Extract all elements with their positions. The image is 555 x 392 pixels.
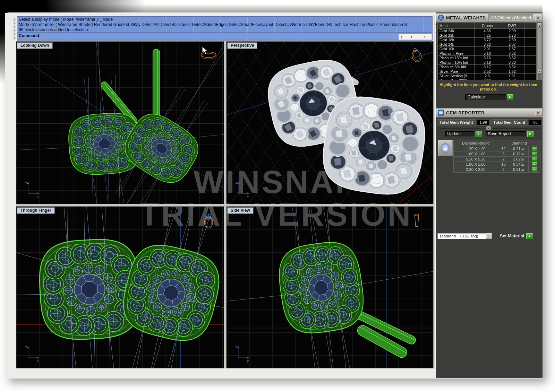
set-material-go-icon[interactable]: ► — [526, 233, 533, 239]
viewport-through-finger[interactable]: zx Through Finger — [16, 206, 224, 368]
command-line: 66 block instances added to selection. — [17, 27, 432, 33]
table-row[interactable]: Gold 24k4.652.99 — [438, 29, 536, 33]
gem-row[interactable]: 1.20 X 1.20320.21tw► — [454, 146, 540, 151]
table-row[interactable]: Gold 18k3.722.39 — [438, 38, 536, 42]
gem-reporter-title: GEM REPORTER — [445, 110, 485, 115]
metal-weights-instruction: Highlight the item you want to find the … — [438, 82, 539, 92]
material-dropdown-value: Diamond (3.52 spg) — [438, 234, 486, 238]
svg-text:z: z — [236, 345, 237, 349]
collapse-knob-icon[interactable]: ▲ — [486, 126, 492, 130]
metal-weights-title: METAL WEIGHTS — [445, 15, 486, 20]
gem-row[interactable]: 5.20 X 5.2021.02tw► — [454, 157, 540, 162]
gem-reporter-close-icon[interactable]: ✕ — [535, 110, 541, 116]
material-dropdown[interactable]: Diamond (3.52 spg) ▼ — [437, 233, 492, 239]
metal-table-scrollbar[interactable]: ▲ ▼ — [537, 23, 542, 80]
objects-checked-status: 12 Objects Checked — [488, 14, 533, 21]
metal-weights-close-icon[interactable]: ✕ — [535, 15, 541, 21]
metal-table-header: Metal Grams DWT — [438, 23, 536, 29]
gem-row-go-icon[interactable]: ► — [532, 157, 537, 161]
svg-text:y: y — [247, 195, 249, 198]
table-row[interactable]: Platinum 15% Irid5.163.32 — [438, 56, 536, 60]
table-row[interactable]: Platinum, Pure5.163.32 — [438, 51, 536, 56]
calculate-button[interactable]: Calculate — [465, 94, 506, 100]
svg-text:z: z — [25, 345, 27, 349]
svg-text:y: y — [25, 181, 27, 184]
table-row[interactable]: Platinum 10% Irid5.183.33 — [438, 60, 536, 65]
scrollbar-down-icon[interactable]: ▼ — [538, 69, 541, 73]
update-button[interactable]: Update — [445, 131, 475, 137]
scroll-left-icon[interactable]: ◄ — [404, 34, 418, 40]
viewport-looking-down[interactable]: yx Looking Down — [16, 41, 224, 204]
svg-text:x: x — [37, 195, 39, 198]
command-history[interactable]: Select a display mode ( Mode=Wireframe )… — [17, 16, 433, 41]
scrollbar-up-icon[interactable]: ▲ — [538, 23, 541, 28]
viewport-perspective[interactable]: zy Perspective — [226, 41, 434, 204]
total-gem-count-label: Total Gem Count — [490, 119, 528, 125]
desktop-corner — [0, 0, 149, 13]
command-prompt[interactable]: Command: — [17, 33, 432, 39]
gem-table-header: Diamond Round Diamond — [454, 140, 540, 146]
scroll-down-icon[interactable]: ▼ — [400, 37, 402, 39]
command-scrollbar[interactable]: ▲ ▼ ◄ ► — [399, 34, 432, 40]
viewport-title-perspective[interactable]: Perspective — [227, 42, 257, 49]
dropdown-arrow-icon[interactable]: ▼ — [486, 233, 492, 239]
svg-text:z: z — [236, 181, 237, 184]
mouse-cursor — [201, 46, 209, 55]
scroll-right-icon[interactable]: ► — [418, 34, 432, 40]
panel-divider: ▲ — [439, 128, 539, 129]
total-gem-weight-value: 1.99 — [477, 119, 490, 125]
total-gem-weight-label: Total Gem Weight — [437, 119, 476, 125]
gem-row-go-icon[interactable]: ► — [532, 167, 537, 172]
save-report-go-icon[interactable]: ► — [527, 131, 534, 137]
table-row[interactable]: Silver, Sterling (9...2.51.61 — [438, 74, 536, 78]
calculate-go-icon[interactable]: ► — [507, 94, 513, 100]
command-line: Select a display mode ( Mode=Wireframe )… — [17, 17, 432, 22]
table-row[interactable]: Gold 22k4.252.73 — [438, 33, 536, 38]
viewport-title-looking-down[interactable]: Looking Down — [17, 42, 53, 49]
table-row[interactable]: Silver, Coin (900)2.491.59 — [438, 78, 536, 80]
gem-row-go-icon[interactable]: ► — [532, 147, 537, 151]
viewport-grid: yx Looking Down zy Perspective zx Throug… — [16, 41, 434, 368]
command-panel-drag-handle[interactable] — [14, 17, 16, 40]
gem-row[interactable]: 1.60 X 1.6080.12tw► — [454, 151, 540, 157]
scale-icon — [436, 15, 445, 21]
svg-text:x: x — [37, 359, 39, 363]
viewport-title-side-view[interactable]: Side View — [227, 207, 254, 214]
table-row[interactable]: Platinum 5% Irid5.173.32 — [438, 65, 536, 69]
save-report-button[interactable]: Save Report — [486, 131, 527, 137]
table-row[interactable]: Gold 10k2.911.87 — [438, 47, 536, 51]
desktop-corner-left — [0, 0, 5, 87]
total-gem-count-value: 66 — [529, 119, 542, 125]
gem-row-go-icon[interactable]: ► — [532, 162, 537, 166]
table-row[interactable]: Silver, Pure2.521.62 — [438, 69, 536, 74]
update-go-icon[interactable]: ► — [476, 131, 482, 137]
scrollbar-thumb[interactable] — [538, 28, 541, 69]
gem-reporter-icon — [436, 110, 445, 116]
metal-weights-header[interactable]: METAL WEIGHTS 12 Objects Checked ✕ — [436, 13, 543, 23]
svg-text:y: y — [247, 359, 249, 363]
metal-weights-table[interactable]: Metal Grams DWT Gold 24k4.652.99Gold 22k… — [437, 23, 537, 80]
command-line: Mode <Wireframe> ( Wireframe Shaded Rend… — [17, 22, 432, 27]
set-material-button[interactable]: Set Material — [500, 234, 524, 238]
gem-row[interactable]: 2.20 X 2.2080.31tw► — [454, 167, 540, 172]
gem-row[interactable]: 1.80 X 1.80160.34tw► — [454, 162, 540, 167]
gem-row-go-icon[interactable]: ► — [532, 152, 537, 156]
viewport-side-view[interactable]: zy Side View — [226, 206, 434, 368]
viewport-title-through-finger[interactable]: Through Finger — [17, 207, 55, 214]
gem-report-table: Diamond Round Diamond 1.20 X 1.20320.21t… — [438, 140, 540, 173]
table-row[interactable]: Gold 14k3.222.07 — [438, 42, 536, 47]
gem-reporter-header[interactable]: GEM REPORTER ✕ — [436, 108, 543, 117]
right-panel: METAL WEIGHTS 12 Objects Checked ✕ Metal… — [436, 12, 543, 378]
diamond-thumbnail-icon[interactable] — [438, 140, 453, 156]
